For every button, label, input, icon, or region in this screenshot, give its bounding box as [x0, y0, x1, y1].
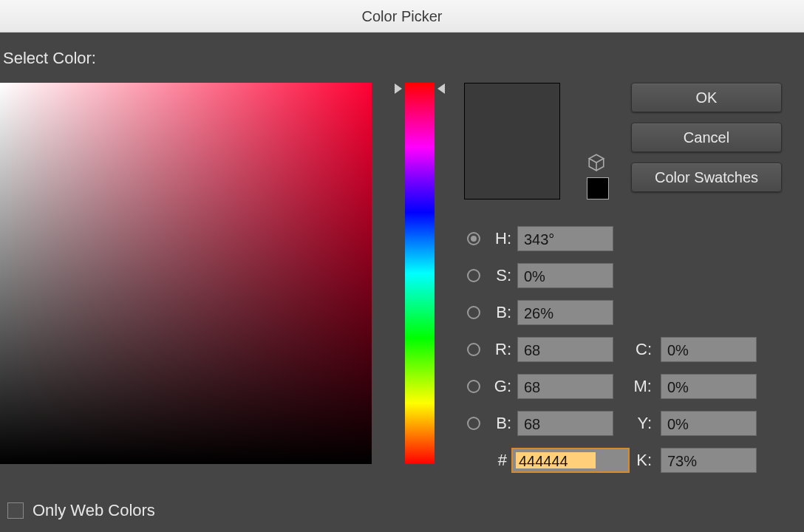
ok-button[interactable]: OK — [631, 83, 782, 112]
blue-radio[interactable] — [467, 417, 480, 430]
hue-input[interactable]: 343° — [517, 226, 613, 251]
cmyk-fields: C: 0% M: 0% Y: 0% K: 73% — [630, 331, 757, 479]
checkbox-icon[interactable] — [7, 502, 24, 519]
magenta-input[interactable]: 0% — [661, 374, 757, 399]
saturation-label: S: — [486, 266, 511, 285]
cyan-input[interactable]: 0% — [661, 337, 757, 362]
hue-slider[interactable] — [405, 83, 435, 464]
only-web-colors-checkbox[interactable]: Only Web Colors — [7, 501, 155, 520]
green-radio[interactable] — [467, 380, 480, 393]
red-input[interactable]: 68 — [517, 337, 613, 362]
black-input[interactable]: 73% — [661, 448, 757, 473]
brightness-radio[interactable] — [467, 306, 480, 319]
brightness-input[interactable]: 26% — [517, 300, 613, 325]
color-swatches-button[interactable]: Color Swatches — [631, 163, 782, 192]
hue-radio[interactable] — [467, 232, 480, 245]
cube-icon[interactable] — [587, 153, 606, 172]
brightness-label: B: — [486, 303, 511, 322]
color-picker-window: Color Picker Select Color: OK Cancel Col… — [0, 0, 804, 532]
dialog-body: Select Color: OK Cancel Color Swatches H… — [0, 33, 804, 532]
select-color-label: Select Color: — [3, 49, 96, 68]
previous-color-swatch[interactable] — [587, 177, 609, 200]
cyan-label: C: — [630, 340, 652, 359]
hex-hash-label: # — [486, 451, 507, 470]
button-column: OK Cancel Color Swatches — [631, 83, 782, 202]
yellow-label: Y: — [630, 414, 652, 433]
color-preview — [464, 83, 560, 200]
saturation-radio[interactable] — [467, 269, 480, 282]
black-label: K: — [630, 451, 652, 470]
only-web-colors-label: Only Web Colors — [33, 501, 155, 520]
red-radio[interactable] — [467, 343, 480, 356]
magenta-label: M: — [630, 377, 652, 396]
green-label: G: — [486, 377, 511, 396]
hex-value: 444444 — [519, 453, 568, 469]
blue-label: B: — [486, 414, 511, 433]
cancel-button[interactable]: Cancel — [631, 123, 782, 152]
hue-label: H: — [486, 229, 511, 248]
hex-input[interactable]: 444444 — [511, 448, 630, 473]
yellow-input[interactable]: 0% — [661, 411, 757, 436]
red-label: R: — [486, 340, 511, 359]
saturation-brightness-field[interactable] — [0, 83, 372, 464]
saturation-input[interactable]: 0% — [517, 263, 613, 288]
window-title: Color Picker — [0, 0, 804, 33]
hsb-rgb-fields: H: 343° S: 0% B: 26% R: 68 G: 68 — [467, 220, 630, 479]
blue-input[interactable]: 68 — [517, 411, 613, 436]
green-input[interactable]: 68 — [517, 374, 613, 399]
